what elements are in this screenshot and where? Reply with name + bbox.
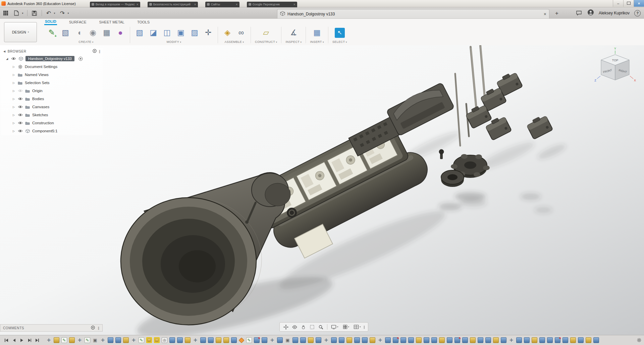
fillet-icon[interactable]: ◪ <box>148 27 159 39</box>
timeline-feature-sketch[interactable]: ✎ <box>61 337 67 343</box>
timeline-feature-move[interactable]: ✛ <box>377 337 383 343</box>
timeline-feature-feature[interactable] <box>562 337 568 343</box>
zoom-window-icon[interactable] <box>309 324 316 330</box>
browser-item-root[interactable]: ◢ Handson_Dolgostroy v133 <box>1 55 103 63</box>
data-panel-grid-icon[interactable] <box>2 9 9 17</box>
tab-sheet-metal[interactable]: SHEET METAL <box>99 19 125 25</box>
create-sketch-icon[interactable]: ✎+ <box>46 27 57 39</box>
maximize-button[interactable] <box>623 0 634 7</box>
browser-item-canvases[interactable]: ▷Canvases <box>1 103 103 111</box>
timeline-feature-feature[interactable] <box>115 337 121 343</box>
timeline-feature-move[interactable]: ✛ <box>77 337 83 343</box>
file-menu-icon[interactable] <box>13 9 20 17</box>
browser-item-construction[interactable]: ▷Construction <box>1 119 103 127</box>
offset-face-icon[interactable]: ▨ <box>189 27 200 39</box>
timeline-feature-feature[interactable] <box>424 337 429 343</box>
model-pulley[interactable] <box>441 170 464 187</box>
close-icon[interactable]: × <box>137 3 139 6</box>
expand-arrow-icon[interactable]: ▷ <box>12 65 15 68</box>
timeline-feature-feature[interactable] <box>578 337 584 343</box>
timeline-feature-feature-error[interactable]: × <box>254 337 260 343</box>
display-settings-icon[interactable]: ▾ <box>330 324 339 330</box>
expand-arrow-icon[interactable]: ▷ <box>12 106 15 109</box>
job-status-icon[interactable] <box>587 9 594 17</box>
timeline-feature-move[interactable]: ✛ <box>193 337 198 343</box>
timeline-feature-feature[interactable] <box>478 337 483 343</box>
pan-icon[interactable] <box>282 324 289 330</box>
timeline-feature-feature[interactable] <box>231 337 237 343</box>
viewport-3d[interactable]: TOP FRONT RIGHT Y Z X ◀ BROWSER ∥ ◢ <box>0 45 644 335</box>
timeline-feature-feature[interactable] <box>354 337 360 343</box>
timeline-feature-feature[interactable] <box>316 337 321 343</box>
step-forward-button[interactable] <box>26 337 33 344</box>
timeline-feature-feature[interactable] <box>108 337 113 343</box>
timeline-feature-move[interactable]: ✛ <box>269 337 275 343</box>
timeline-feature-joint[interactable] <box>185 337 191 343</box>
timeline-feature-feature[interactable] <box>300 337 306 343</box>
timeline-feature-feature[interactable] <box>331 337 337 343</box>
model-cap[interactable] <box>287 208 297 218</box>
press-pull-icon[interactable]: ▧ <box>134 27 145 39</box>
step-back-button[interactable] <box>10 337 17 344</box>
timeline-feature-feature[interactable] <box>462 337 468 343</box>
timeline-feature-feature[interactable] <box>524 337 530 343</box>
timeline-feature-joint[interactable] <box>308 337 314 343</box>
form-icon[interactable]: ● <box>115 27 126 39</box>
timeline-feature-feature[interactable] <box>385 337 391 343</box>
timeline-feature-feature[interactable] <box>292 337 298 343</box>
timeline-feature-feature[interactable] <box>262 337 267 343</box>
collapse-panel-icon[interactable]: ◀ <box>3 50 6 53</box>
model-housing[interactable] <box>386 82 454 136</box>
browser-item-selection-sets[interactable]: ▷Selection Sets <box>1 79 103 87</box>
timeline-feature-feature[interactable] <box>447 337 452 343</box>
expand-arrow-icon[interactable]: ▷ <box>12 97 15 100</box>
comments-options-icon[interactable] <box>91 326 95 330</box>
timeline-feature-feature[interactable] <box>431 337 437 343</box>
timeline-feature-feature[interactable] <box>362 337 368 343</box>
close-window-button[interactable]: × <box>634 0 644 7</box>
visibility-eye-icon[interactable] <box>17 129 23 133</box>
box-icon[interactable]: ▧ <box>60 27 71 39</box>
timeline-feature-joint[interactable] <box>439 337 445 343</box>
rectangular-pattern-icon[interactable]: ▦ <box>101 27 112 39</box>
timeline-feature-joint[interactable] <box>223 337 229 343</box>
save-button[interactable] <box>31 9 38 17</box>
timeline-feature-joint[interactable] <box>216 337 221 343</box>
tab-tools[interactable]: TOOLS <box>137 19 150 25</box>
browser-item-named-views[interactable]: ▷Named Views <box>1 71 103 79</box>
visibility-eye-icon[interactable] <box>17 89 23 92</box>
background-tab[interactable]: Вклад в хорошем — Яндекс× <box>90 2 140 7</box>
close-icon[interactable]: × <box>293 3 296 6</box>
timeline-feature-component[interactable]: ▣ <box>92 337 98 343</box>
timeline-feature-feature[interactable] <box>200 337 206 343</box>
redo-button[interactable]: ↷ <box>59 10 66 17</box>
background-tab[interactable]: Сайты× <box>205 2 239 7</box>
new-component-icon[interactable]: ◈ <box>222 27 233 39</box>
model-latch-parts[interactable] <box>465 71 553 140</box>
go-to-start-button[interactable] <box>3 337 10 344</box>
grid-display-icon[interactable]: ▾ <box>342 324 351 330</box>
timeline-feature-feature[interactable] <box>400 337 406 343</box>
user-account-button[interactable]: Aleksey Kuprikov <box>599 11 630 15</box>
timeline-feature-pattern[interactable]: ◎ <box>162 337 167 343</box>
revolve-icon[interactable]: ◉ <box>88 27 98 39</box>
timeline-feature-feature[interactable] <box>547 337 553 343</box>
expand-arrow-icon[interactable]: ▷ <box>12 89 15 92</box>
activate-component-radio-icon[interactable] <box>78 57 83 61</box>
timeline-feature-joint[interactable] <box>346 337 352 343</box>
timeline-feature-move[interactable]: ✛ <box>131 337 137 343</box>
move-copy-icon[interactable]: ✛ <box>203 27 214 39</box>
tab-surface[interactable]: SURFACE <box>68 19 87 25</box>
visibility-eye-icon[interactable] <box>17 97 23 100</box>
tab-solid[interactable]: SOLID <box>44 19 57 25</box>
close-icon[interactable]: × <box>236 3 238 6</box>
minimize-button[interactable]: – <box>613 0 623 7</box>
comments-bar[interactable]: COMMENTS ∥ <box>0 324 103 332</box>
measure-icon[interactable]: ∡ <box>288 27 299 39</box>
viewports-icon[interactable]: ▾ <box>353 324 362 330</box>
expand-arrow-icon[interactable]: ▷ <box>12 114 15 117</box>
expand-arrow-icon[interactable]: ▷ <box>12 130 15 133</box>
timeline-feature-move[interactable]: ✛ <box>323 337 329 343</box>
model-rods[interactable] <box>455 45 486 146</box>
background-tab[interactable]: Google Переводчик× <box>247 2 297 7</box>
